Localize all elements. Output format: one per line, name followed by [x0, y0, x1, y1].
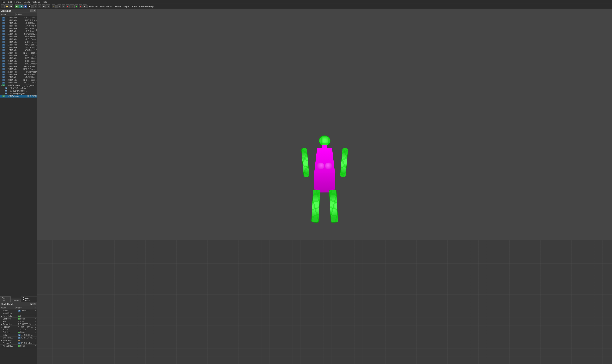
toolbar-btn-eye2[interactable]: ◉	[42, 4, 46, 8]
tree-row-selected[interactable]: Ts 37 NiTriShape UUNP [31]	[0, 95, 37, 98]
toolbar-btn-dark[interactable]: ◀	[28, 4, 32, 8]
tree-row[interactable]: Ni 8 NiNode NPC Spine [S	[0, 24, 37, 27]
menu-format[interactable]: Format	[13, 0, 23, 3]
detail-row-translation[interactable]: ▶ Translation X 0.000000 Y 0.000000 Z 0.…	[0, 323, 37, 326]
tree-row[interactable]: Ni 26 NiNode NPC L Forea...	[0, 73, 37, 76]
detail-row-flags[interactable]: Flags 524302 u	[0, 320, 37, 323]
tree-row[interactable]: Ni 16 NiNode NPC R Butt [.	[0, 46, 37, 49]
tree-row[interactable]: Ni 7 NiNode NPC R Upper	[0, 22, 37, 24]
viewport-3d[interactable]	[37, 9, 612, 364]
detail-row-collision[interactable]: Collision ... None R	[0, 331, 37, 334]
menu-spells[interactable]: Spells	[23, 0, 31, 3]
tree-row[interactable]: Ni 11 NiNode SkirtBBone0...	[0, 33, 37, 35]
toolbar-btn-grn2[interactable]: ●	[74, 4, 78, 8]
detail-row-material[interactable]: ▶ Material D... M	[0, 339, 37, 342]
tab-header[interactable]: Header	[11, 299, 21, 302]
node-name: NiNode	[10, 54, 24, 57]
tree-row[interactable]: ▼ Ts 30 NiTriShape _LB_3_Open...	[0, 84, 37, 87]
tree-row[interactable]: Ni 6 NiNode NPC R Thigh	[0, 19, 37, 22]
tab-archive-browser[interactable]: Archive Browser	[21, 296, 37, 302]
tree-row[interactable]: Ni 29 NiNode NPC R Calf [F	[0, 81, 37, 84]
tree-row[interactable]: Ni 13 NiNode NPC L Breast	[0, 38, 37, 41]
detail-row-skininsta[interactable]: Skin Insta... BS 40 [BSDismemberSkinInst…	[0, 337, 37, 339]
detail-type-icon: BS	[18, 337, 21, 339]
panel-close[interactable]: ✕	[33, 10, 36, 12]
node-type-icon: Ni	[2, 41, 5, 43]
block-list-tree[interactable]: Ni 5 NiNode NPC R Clavi... Ni 6 NiNode N…	[0, 16, 37, 298]
tree-row[interactable]: Ni 20 NiNode NPC L Upper	[0, 57, 37, 60]
tree-row[interactable]: Ni 17 NiNode NPC Belly [17	[0, 49, 37, 52]
block-details-list[interactable]: Name str UUNP [31] st Num Extra... 1 ▶ E…	[0, 310, 37, 364]
tree-row[interactable]: Ni 24 NiNode NPC R Forea...	[0, 68, 37, 70]
tab-label-blockdetails[interactable]: Block Details	[100, 5, 113, 8]
tab-label-header[interactable]: Header	[114, 5, 122, 8]
tree-row[interactable]: Ni 15 NiNode NPC L Butt [1	[0, 43, 37, 46]
tree-row[interactable]: Ni 27 NiNode NPC R Upper	[0, 76, 37, 78]
toolbar-btn-select[interactable]: ✥	[33, 4, 37, 8]
tree-row[interactable]: Ni 12 NiNode SkirtFBone03	[0, 35, 37, 38]
model-leg-left	[311, 189, 320, 223]
node-name: NiNode	[10, 36, 24, 38]
panel-close-2[interactable]: ✕	[33, 303, 36, 305]
tree-expand-icon: ▼	[0, 84, 2, 86]
tree-row[interactable]: Ni 21 NiNode NPC L Forea...	[0, 60, 37, 62]
tab-label-kfm[interactable]: KFM	[132, 5, 137, 8]
toolbar-btn-anim[interactable]: ⏵	[83, 4, 87, 8]
node-type-icon: Ni	[2, 76, 5, 78]
toolbar-btn-eye[interactable]: 👁	[38, 4, 41, 8]
tree-row[interactable]: BS 32 BSDismember...	[0, 89, 37, 92]
panel-scroll-up-2[interactable]: ▲	[30, 303, 33, 305]
tab-label-inspect[interactable]: Inspect	[123, 5, 131, 8]
tree-row[interactable]: Ts 31 NiTriShapeData	[0, 87, 37, 89]
menu-file[interactable]: File	[1, 0, 7, 3]
tab-label-interactive[interactable]: Interactive Help	[138, 5, 154, 8]
detail-row-controller[interactable]: Controller None R	[0, 318, 37, 320]
node-name: NiNode	[10, 27, 24, 30]
tree-row[interactable]: Ni 10 NiNode NPC Spine2 [	[0, 30, 37, 33]
tree-row[interactable]: Ni 25 NiNode NPC R Upper	[0, 70, 37, 73]
tree-row[interactable]: Ni 23 NiNode NPC L Forea...	[0, 65, 37, 68]
toolbar-btn-red2[interactable]: ●	[79, 4, 82, 8]
toolbar-btn-edit1[interactable]: ✎	[57, 4, 61, 8]
tree-row[interactable]: BS 35 BSLightingSha...	[0, 92, 37, 95]
detail-row-extradata[interactable]: ▶ Extra Data ... 2 R	[0, 315, 37, 318]
toolbar-btn-teal[interactable]: ■	[19, 4, 23, 8]
menu-edit[interactable]: Edit	[7, 0, 13, 3]
wireframe-leg-right	[329, 190, 338, 222]
wireframe-head	[319, 136, 330, 146]
tree-row[interactable]: Ni 19 NiNode NPC L Calf [L	[0, 54, 37, 57]
toolbar-btn-open[interactable]: 📂	[5, 4, 9, 8]
toolbar-btn-edit2[interactable]: ✐	[62, 4, 66, 8]
tree-row[interactable]: Ni 18 NiNode NPC R Forea...	[0, 52, 37, 54]
toolbar-btn-play[interactable]: ▸	[46, 4, 50, 8]
tab-block-list[interactable]: Block List	[0, 297, 11, 302]
menu-options[interactable]: Options	[31, 0, 41, 3]
toolbar-btn-save[interactable]: 💾	[9, 4, 13, 8]
toolbar-btn-blue[interactable]: ◆	[23, 4, 27, 8]
toolbar-btn-red[interactable]: ✖	[66, 4, 70, 8]
toolbar-btn-green[interactable]: ▶	[15, 4, 19, 8]
tree-row[interactable]: Ni 9 NiNode NPC Spine1 [	[0, 27, 37, 30]
tab-label-blocklist[interactable]: Block List	[89, 5, 99, 8]
toolbar-btn-new[interactable]: 🗋	[1, 4, 5, 8]
menu-help[interactable]: Help	[41, 0, 48, 3]
tree-row[interactable]: Ni 22 NiNode NPC L Upper	[0, 62, 37, 65]
toolbar-btn-light[interactable]: ☀	[52, 4, 55, 8]
block-list-col-headers: Name Value	[0, 13, 37, 16]
tree-row[interactable]: Ni 5 NiNode NPC R Clavi...	[0, 16, 37, 19]
node-type-icon: Ni	[2, 79, 5, 81]
detail-row-name[interactable]: Name str UUNP [31] st	[0, 310, 37, 312]
toolbar-btn-orange[interactable]: ●	[70, 4, 74, 8]
col-header-type: T	[34, 307, 37, 309]
node-value: NPC R Clavi...	[24, 17, 37, 19]
detail-row-rotation[interactable]: ▶ Rotation Y -0.00 P 0.00 R -0.00 M	[0, 326, 37, 328]
detail-row-data[interactable]: Data Ni 39 [NiTriShapeData] R	[0, 334, 37, 337]
detail-row-alpha[interactable]: Alpha Pro... None R	[0, 345, 37, 347]
detail-row-numextra[interactable]: Num Extra... 1	[0, 312, 37, 315]
detail-row-scale[interactable]: Scale 1.000000 fl	[0, 328, 37, 331]
tree-row[interactable]: Ni 28 NiNode NPC R Forea...	[0, 78, 37, 81]
model-torso	[314, 148, 335, 175]
panel-scroll-up[interactable]: ▲	[30, 10, 33, 12]
tree-row[interactable]: Ni 14 NiNode NPC R Breast	[0, 41, 37, 43]
detail-row-shader[interactable]: Shader Pr... BS 43 [BSLightingShaderPro.…	[0, 342, 37, 345]
